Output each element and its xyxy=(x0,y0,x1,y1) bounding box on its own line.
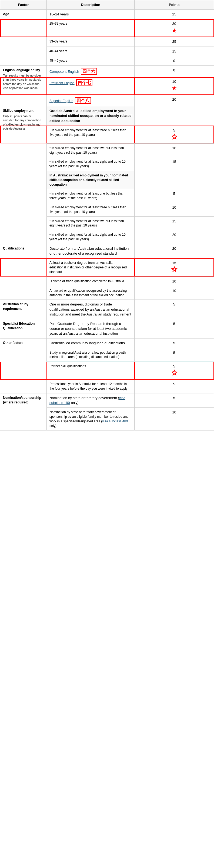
points-cell: 5 xyxy=(135,393,214,407)
points-cell: 20 xyxy=(135,244,214,258)
english-level-label[interactable]: Competent English xyxy=(49,69,79,73)
factor-name: Nomination/sponsorship (where required) xyxy=(3,396,41,404)
description-cell: Professional year in Australia for at le… xyxy=(46,380,134,394)
points-value: 5 xyxy=(173,302,175,306)
star-outline-icon: ✩ xyxy=(172,133,177,140)
factor-cell: Qualifications xyxy=(0,244,47,300)
factor-name: Specialist Education Qualification xyxy=(3,322,35,330)
points-value: 20 xyxy=(172,97,176,101)
points-cell: 5 xyxy=(135,380,214,394)
points-cell xyxy=(135,171,214,189)
description-cell: One or more degrees, diplomas or trade q… xyxy=(46,300,134,319)
factor-description: Test results must be no older than three… xyxy=(3,73,44,90)
description-cell: 18–24 years xyxy=(46,10,134,19)
star-outline-icon: ✩ xyxy=(172,266,177,273)
factor-name: Australian study requirement xyxy=(3,302,28,311)
english-level-label[interactable]: Superior English xyxy=(49,99,73,103)
description-cell: Doctorate from an Australian educational… xyxy=(46,244,134,258)
points-cell: 5 xyxy=(135,348,214,362)
table-row: Australian study requirementOne or more … xyxy=(0,300,214,319)
points-cell: 15 xyxy=(135,46,214,56)
points-cell: 10 xyxy=(135,144,214,157)
points-value: 5 xyxy=(173,364,175,368)
points-value: 10 xyxy=(172,279,176,283)
points-value: 25 xyxy=(172,39,176,43)
points-value: 10 xyxy=(172,80,176,84)
description-cell: • In skilled employment for at least fiv… xyxy=(46,216,134,230)
points-cell: 5 xyxy=(135,319,214,339)
visa-subclass-link[interactable]: visa subclass 190 xyxy=(49,396,126,405)
points-value: 20 xyxy=(172,233,176,237)
description-cell: • In skilled employment for at least eig… xyxy=(46,157,134,171)
description-cell: Diploma or trade qualification completed… xyxy=(46,277,134,286)
description-cell: An award or qualification recognised by … xyxy=(46,286,134,300)
points-cell: 0 xyxy=(135,65,214,77)
factor-cell: Age xyxy=(0,10,47,66)
table-row: Other factorsCredentialled community lan… xyxy=(0,339,214,348)
description-cell: 33–39 years xyxy=(46,37,134,46)
points-value: 20 xyxy=(172,247,176,251)
english-level-label[interactable]: Proficient English xyxy=(49,81,75,85)
factor-cell: Australian study requirement xyxy=(0,300,47,319)
factor-name: Other factors xyxy=(3,341,23,345)
points-value: 5 xyxy=(173,322,175,326)
table-row: Specialist Education QualificationPost G… xyxy=(0,319,214,339)
points-cell: 5✩ xyxy=(135,362,214,380)
points-cell: 20 xyxy=(135,230,214,244)
points-value: 15 xyxy=(172,49,176,53)
description-cell: Outside Australia: skilled employment in… xyxy=(46,106,134,126)
points-cell: 5 xyxy=(135,339,214,348)
table-row: Age18–24 years25 xyxy=(0,10,214,19)
points-value: 5 xyxy=(173,192,175,196)
header-points: Points xyxy=(135,0,214,10)
description-cell: Competent English四个六 xyxy=(46,65,134,77)
points-cell: 10★ xyxy=(135,77,214,95)
description-cell: • In skilled employment for at least thr… xyxy=(46,126,134,144)
points-cell xyxy=(135,106,214,126)
table-row: Skilled employmentOnly 20 points can be … xyxy=(0,106,214,126)
chinese-tag: 四个六 xyxy=(81,68,97,75)
points-value: 10 xyxy=(172,205,176,210)
points-value: 0 xyxy=(173,59,175,63)
points-cell: 15✩ xyxy=(135,258,214,277)
factor-name: English language ability xyxy=(3,68,40,72)
visa-subclass-link[interactable]: visa subclass 489 xyxy=(102,420,128,423)
points-value: 10 xyxy=(172,410,176,414)
factor-description: Only 20 points can be awarded for any co… xyxy=(3,114,44,131)
description-cell: Study in regional Australia or a low pop… xyxy=(46,348,134,362)
points-cell: 20 xyxy=(135,95,214,106)
points-value: 5 xyxy=(173,396,175,400)
points-value: 15 xyxy=(172,160,176,164)
points-cell: 30★ xyxy=(135,19,214,37)
factor-name: Qualifications xyxy=(3,247,24,250)
points-value: 5 xyxy=(173,128,175,132)
points-cell: 10 xyxy=(135,277,214,286)
star-icon: ★ xyxy=(172,85,177,91)
points-value: 5 xyxy=(173,341,175,345)
chinese-tag: 四个八 xyxy=(75,97,91,104)
points-value: 15 xyxy=(172,219,176,223)
points-value: 0 xyxy=(173,68,175,72)
points-cell: 25 xyxy=(135,10,214,19)
description-cell: • In skilled employment for at least one… xyxy=(46,189,134,203)
description-cell: • In skilled employment for at least eig… xyxy=(46,230,134,244)
points-value: 15 xyxy=(172,261,176,265)
points-cell: 10 xyxy=(135,408,214,431)
points-value: 10 xyxy=(172,146,176,150)
description-cell: 25–32 years xyxy=(46,19,134,37)
header-factor: Factor xyxy=(0,0,47,10)
description-cell: 45–49 years xyxy=(46,56,134,65)
factor-cell: Skilled employmentOnly 20 points can be … xyxy=(0,106,47,244)
points-cell: 15 xyxy=(135,157,214,171)
points-value: 30 xyxy=(172,22,176,26)
points-cell: 0 xyxy=(135,56,214,65)
description-cell: In Australia: skilled employment in your… xyxy=(46,171,134,189)
factor-name: Skilled employment xyxy=(3,109,34,113)
description-cell: Post Graduate Degree by Research through… xyxy=(46,319,134,339)
factor-cell: English language abilityTest results mus… xyxy=(0,65,47,106)
description-cell: 40–44 years xyxy=(46,46,134,56)
description-cell: Nomination by state or territory governm… xyxy=(46,393,134,407)
factor-cell: Specialist Education Qualification xyxy=(0,319,47,339)
points-value: 10 xyxy=(172,289,176,293)
description-cell: Credentialled community language qualifi… xyxy=(46,339,134,348)
